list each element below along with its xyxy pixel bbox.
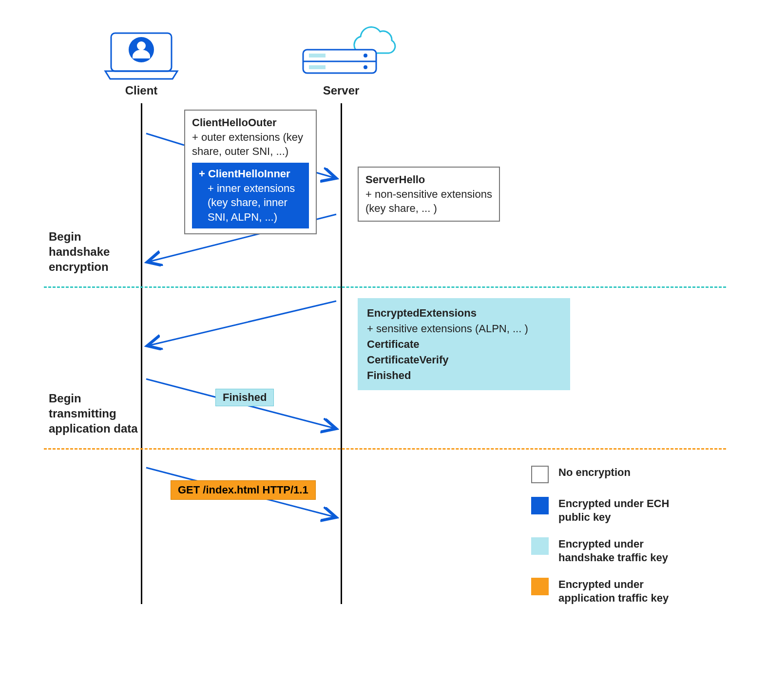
client-hello-outer-title: ClientHelloOuter [192, 115, 309, 130]
http-get-box: GET /index.html HTTP/1.1 [171, 480, 316, 500]
ee-line2: + sensitive extensions (ALPN, ... ) [367, 321, 561, 337]
ee-line5: Finished [367, 368, 561, 383]
svg-line-9 [146, 133, 184, 145]
legend-none-label: No encryption [558, 466, 631, 479]
client-hello-inner-box: + ClientHelloInner + inner extensions (k… [192, 163, 309, 228]
legend-app-label: Encrypted under application traffic key [558, 578, 695, 605]
legend-swatch-ech [531, 497, 549, 514]
tls-ech-sequence-diagram: Client Server ClientHelloOuter + outer e… [19, 19, 748, 681]
client-hello-inner-title: + ClientHelloInner [199, 167, 302, 181]
legend-row-hsk: Encrypted under handshake traffic key [531, 537, 695, 564]
legend-swatch-none [531, 466, 549, 483]
encrypted-extensions-box: EncryptedExtensions + sensitive extensio… [358, 298, 570, 390]
legend-row-ech: Encrypted under ECH public key [531, 497, 695, 524]
server-hello-box: ServerHello + non-sensitive extensions (… [358, 167, 500, 222]
legend-row-app: Encrypted under application traffic key [531, 578, 695, 605]
legend-swatch-hsk [531, 537, 549, 555]
http-get-label: GET /index.html HTTP/1.1 [178, 484, 308, 496]
ee-line3: Certificate [367, 337, 561, 352]
legend: No encryption Encrypted under ECH public… [531, 466, 695, 618]
ee-line1: EncryptedExtensions [367, 305, 561, 321]
client-finished-label: Finished [223, 391, 267, 403]
svg-line-10 [316, 172, 336, 178]
client-finished-box: Finished [215, 389, 274, 406]
phase-appdata-label: Begin transmitting application data [49, 391, 138, 436]
ee-line4: CertificateVerify [367, 352, 561, 368]
legend-ech-label: Encrypted under ECH public key [558, 497, 695, 524]
svg-line-12 [147, 301, 336, 346]
legend-hsk-label: Encrypted under handshake traffic key [558, 537, 695, 564]
legend-swatch-app [531, 578, 549, 595]
handshake-encryption-divider [44, 286, 726, 288]
client-hello-outer-box: ClientHelloOuter + outer extensions (key… [184, 110, 317, 234]
server-hello-title: ServerHello [365, 172, 492, 187]
phase-handshake-label: Begin handshake encryption [49, 229, 110, 275]
server-hello-detail: + non-sensitive extensions (key share, .… [365, 187, 492, 216]
legend-row-none: No encryption [531, 466, 695, 483]
client-hello-inner-detail: + inner extensions (key share, inner SNI… [208, 182, 295, 223]
application-data-divider [44, 448, 726, 450]
client-hello-outer-detail: + outer extensions (key share, outer SNI… [192, 130, 309, 159]
